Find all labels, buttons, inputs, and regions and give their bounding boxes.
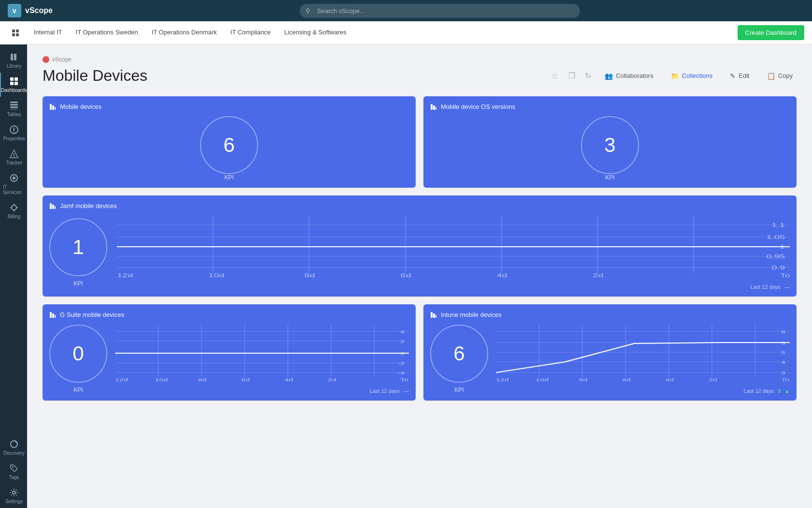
svg-rect-13: [10, 109, 18, 109]
svg-rect-30: [435, 107, 436, 110]
svg-text:To: To: [781, 377, 789, 382]
collaborators-button[interactable]: 👥 Collaborators: [601, 70, 657, 82]
svg-point-20: [13, 177, 15, 179]
copy-icon: 📋: [767, 72, 775, 80]
svg-rect-17: [14, 153, 14, 156]
svg-rect-11: [10, 104, 18, 105]
sidebar-label-billing: Billing: [8, 214, 21, 219]
gsuite-trend-icon: —: [404, 388, 409, 394]
svg-text:8: 8: [781, 329, 785, 334]
widget-mobile-devices-kpi-label: KPI: [224, 174, 233, 181]
sidebar-item-properties[interactable]: Properties: [0, 121, 27, 145]
svg-text:4d: 4d: [665, 377, 674, 382]
svg-rect-25: [50, 104, 52, 110]
sidebar-item-billing[interactable]: Billing: [0, 199, 27, 223]
widget-intune-kpi-label: KPI: [454, 387, 464, 393]
svg-text:-4: -4: [398, 371, 405, 375]
widget-jamf-kpi-label: KPI: [73, 280, 83, 287]
sidebar-item-library[interactable]: Library: [0, 48, 27, 73]
sidebar-label-it-services: IT Services: [3, 184, 25, 195]
svg-text:8d: 8d: [198, 377, 207, 382]
svg-text:1: 1: [780, 244, 785, 250]
widget-jamf-content: 1 KPI: [49, 215, 790, 290]
widget-mobile-devices: Mobile devices 6 KPI: [43, 96, 416, 188]
collections-icon: 📁: [671, 72, 679, 80]
svg-rect-83: [431, 312, 433, 318]
svg-text:4: 4: [781, 360, 785, 365]
widget-gsuite-kpi-label: KPI: [73, 387, 83, 393]
refresh-icon[interactable]: ↻: [585, 71, 591, 80]
svg-rect-16: [14, 132, 14, 133]
svg-text:12d: 12d: [496, 377, 509, 382]
svg-rect-31: [50, 203, 52, 209]
svg-text:1.1: 1.1: [771, 223, 785, 228]
widget-intune-kpi-wrap: 6 KPI: [430, 325, 488, 393]
svg-text:8d: 8d: [579, 377, 588, 382]
collaborators-icon: 👥: [605, 72, 613, 80]
svg-text:3: 3: [781, 371, 785, 375]
svg-text:1.05: 1.05: [766, 235, 785, 240]
svg-text:10d: 10d: [536, 377, 549, 382]
widget-intune-title: Intune mobile devices: [441, 311, 502, 318]
sidebar-label-dashboards: Dashboards: [1, 88, 27, 93]
gsuite-last-days: Last 12 days: [370, 388, 400, 394]
svg-rect-28: [431, 104, 433, 110]
content-area: vScope Mobile Devices ☆ ❐ ↻ 👥 Collaborat…: [27, 45, 812, 508]
jamf-last-days: Last 12 days: [751, 284, 781, 290]
widget-gsuite-kpi-wrap: 0 KPI: [49, 325, 107, 393]
logo-area: v vScope: [8, 4, 75, 17]
svg-rect-58: [52, 314, 54, 318]
intune-trend-value: 3: [778, 388, 781, 394]
tab-bar: Internal IT IT Operations Sweden IT Oper…: [0, 21, 812, 45]
tab-licensing-softwares[interactable]: Licensing & Softwares: [277, 21, 353, 45]
dashboard-grid: Mobile devices 6 KPI Mobile device OS ve…: [43, 96, 797, 401]
tab-it-operations-denmark[interactable]: IT Operations Denmark: [145, 21, 224, 45]
intune-chart-svg: 12d 10d 8d 6d 4d 2d To 8 6 5 4 3: [496, 324, 790, 382]
tab-it-compliance[interactable]: IT Compliance: [224, 21, 278, 45]
widget-mobile-os-kpi: 3: [581, 116, 639, 174]
intune-last-days: Last 12 days: [744, 388, 774, 394]
edit-button[interactable]: ✎ Edit: [726, 70, 753, 82]
widget-jamf-kpi-wrap: 1 KPI: [49, 218, 107, 287]
tab-internal-it[interactable]: Internal IT: [27, 21, 69, 45]
sidebar-item-tables[interactable]: Tables: [0, 97, 27, 121]
widget-gsuite-footer: Last 12 days —: [115, 388, 409, 394]
widget-mobile-devices-kpi: 6: [200, 116, 258, 174]
widget-jamf-footer: Last 12 days —: [117, 284, 790, 290]
tab-it-operations-sweden[interactable]: IT Operations Sweden: [69, 21, 145, 45]
svg-rect-7: [14, 77, 18, 81]
breadcrumb-text: vScope: [52, 56, 72, 63]
widget-mobile-os: Mobile device OS versions 3 KPI: [423, 96, 797, 188]
widget-mobile-devices-header: Mobile devices: [49, 103, 409, 110]
search-input[interactable]: [300, 4, 580, 18]
sidebar-item-dashboards[interactable]: Dashboards: [0, 73, 27, 97]
edit-icon: ✎: [730, 72, 736, 80]
create-dashboard-button[interactable]: Create Dashboard: [738, 25, 804, 40]
sidebar-item-tracker[interactable]: Tracker: [0, 145, 27, 169]
sidebar-item-it-services[interactable]: IT Services: [0, 169, 27, 199]
widget-gsuite: G Suite mobile devices 0 KPI: [43, 304, 416, 401]
grid-view-icon[interactable]: [8, 25, 23, 41]
svg-rect-12: [10, 106, 18, 108]
sidebar-label-tables: Tables: [7, 112, 21, 117]
widget-intune-footer: Last 12 days 3 ▲: [496, 388, 790, 394]
svg-rect-18: [14, 156, 14, 157]
svg-text:12d: 12d: [117, 273, 133, 278]
sidebar-item-discovery[interactable]: Discovery: [0, 435, 27, 460]
main-layout: Library Dashboards Tables Properties Tra…: [0, 45, 812, 508]
app-name: vScope: [25, 6, 53, 15]
widget-gsuite-header: G Suite mobile devices: [49, 311, 409, 318]
widget-intune: Intune mobile devices 6 KPI: [423, 304, 797, 401]
intune-trend-icon: ▲: [784, 388, 790, 394]
sidebar-item-settings[interactable]: Settings: [0, 484, 27, 508]
expand-icon[interactable]: ❐: [568, 71, 575, 80]
sidebar-item-tags[interactable]: Tags: [0, 460, 27, 484]
star-icon[interactable]: ☆: [551, 71, 559, 81]
svg-rect-1: [16, 30, 19, 32]
svg-text:2: 2: [400, 339, 405, 344]
widget-mobile-devices-title: Mobile devices: [60, 103, 102, 110]
svg-text:10d: 10d: [208, 273, 224, 278]
copy-button[interactable]: 📋 Copy: [763, 70, 797, 82]
widget-gsuite-chart: 12d 10d 8d 6d 4d 2d To 4 2 0 -2 -4: [115, 324, 409, 394]
collections-button[interactable]: 📁 Collections: [667, 70, 717, 82]
